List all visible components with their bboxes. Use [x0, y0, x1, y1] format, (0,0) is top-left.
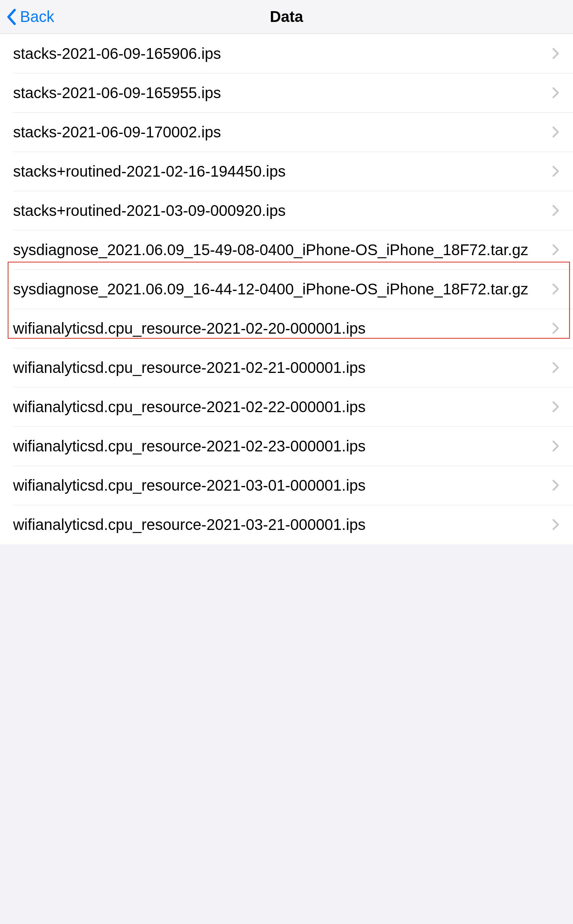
file-name-label: wifianalyticsd.cpu_resource-2021-02-22-0… [13, 398, 551, 416]
back-button[interactable]: Back [7, 8, 54, 25]
file-name-label: wifianalyticsd.cpu_resource-2021-02-20-0… [13, 320, 551, 337]
file-name-label: sysdiagnose_2021.06.09_16-44-12-0400_iPh… [13, 281, 551, 298]
file-name-label: wifianalyticsd.cpu_resource-2021-03-21-0… [13, 516, 551, 533]
list-item[interactable]: wifianalyticsd.cpu_resource-2021-02-21-0… [0, 348, 573, 387]
chevron-right-icon [551, 518, 560, 531]
chevron-right-icon [551, 243, 560, 257]
chevron-right-icon [551, 204, 560, 217]
chevron-right-icon [551, 439, 560, 453]
chevron-right-icon [551, 478, 560, 492]
file-name-label: stacks-2021-06-09-165906.ips [13, 45, 551, 62]
page-title: Data [270, 8, 303, 25]
list-item[interactable]: stacks-2021-06-09-165955.ips [0, 73, 573, 112]
file-name-label: stacks-2021-06-09-165955.ips [13, 84, 551, 102]
chevron-right-icon [551, 282, 560, 296]
file-name-label: wifianalyticsd.cpu_resource-2021-03-01-0… [13, 477, 551, 494]
list-item[interactable]: wifianalyticsd.cpu_resource-2021-02-23-0… [0, 426, 573, 466]
chevron-right-icon [551, 86, 560, 100]
list-item[interactable]: stacks-2021-06-09-165906.ips [0, 34, 573, 73]
file-name-label: sysdiagnose_2021.06.09_15-49-08-0400_iPh… [13, 241, 551, 259]
list-item[interactable]: wifianalyticsd.cpu_resource-2021-02-20-0… [0, 309, 573, 348]
chevron-right-icon [551, 164, 560, 178]
chevron-right-icon [551, 400, 560, 414]
list-item[interactable]: wifianalyticsd.cpu_resource-2021-03-01-0… [0, 466, 573, 505]
file-name-label: stacks-2021-06-09-170002.ips [13, 124, 551, 141]
chevron-right-icon [551, 361, 560, 374]
back-label: Back [20, 8, 54, 25]
file-name-label: wifianalyticsd.cpu_resource-2021-02-21-0… [13, 359, 551, 376]
list-item[interactable]: stacks-2021-06-09-170002.ips [0, 112, 573, 152]
file-name-label: wifianalyticsd.cpu_resource-2021-02-23-0… [13, 438, 551, 455]
list-item[interactable]: wifianalyticsd.cpu_resource-2021-02-22-0… [0, 387, 573, 426]
chevron-right-icon [551, 321, 560, 335]
list-item[interactable]: stacks+routined-2021-03-09-000920.ips [0, 191, 573, 230]
list-item[interactable]: stacks+routined-2021-02-16-194450.ips [0, 152, 573, 191]
file-list: stacks-2021-06-09-165906.ipsstacks-2021-… [0, 34, 573, 544]
file-name-label: stacks+routined-2021-02-16-194450.ips [13, 163, 551, 180]
navigation-bar: Back Data [0, 0, 573, 34]
list-item[interactable]: sysdiagnose_2021.06.09_16-44-12-0400_iPh… [0, 269, 573, 309]
chevron-right-icon [551, 47, 560, 60]
chevron-right-icon [551, 125, 560, 139]
file-name-label: stacks+routined-2021-03-09-000920.ips [13, 202, 551, 219]
chevron-left-icon [7, 8, 16, 25]
list-item[interactable]: wifianalyticsd.cpu_resource-2021-03-21-0… [0, 505, 573, 544]
list-item[interactable]: sysdiagnose_2021.06.09_15-49-08-0400_iPh… [0, 230, 573, 269]
